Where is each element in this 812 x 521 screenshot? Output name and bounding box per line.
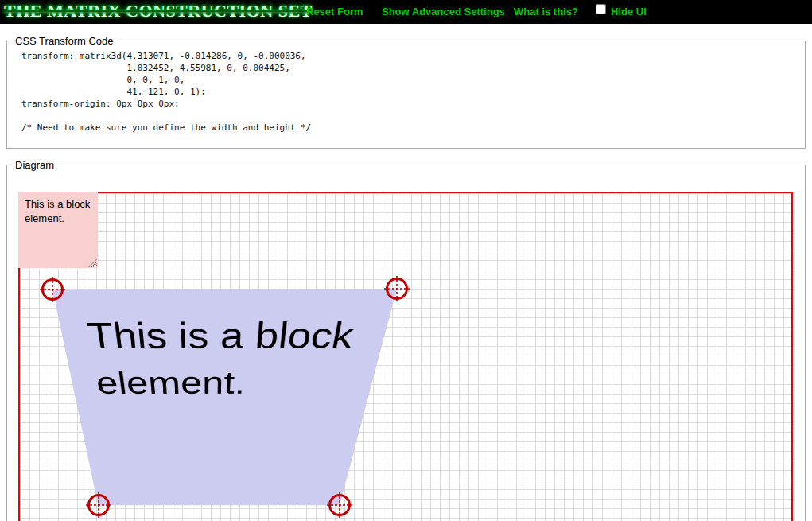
corner-handle-top-right[interactable] [384,276,410,301]
original-block-text: This is a block element. [25,198,90,224]
corner-handle-top-left[interactable] [40,277,65,302]
crosshair-target-icon [86,492,111,518]
crosshair-target-icon [40,277,65,302]
transform-code-output[interactable]: transform: matrix3d(4.313071, -0.014286,… [21,50,805,136]
resize-grip-icon[interactable] [88,259,97,267]
corner-handle-bottom-right[interactable] [327,492,352,518]
css-transform-code-legend: CSS Transform Code [12,35,117,47]
original-block-element[interactable]: This is a block element. [18,192,98,268]
what-is-this-link[interactable]: What is this? [514,6,578,17]
diagram-legend: Diagram [12,159,57,171]
css-transform-code-panel: CSS Transform Code transform: matrix3d(4… [6,35,806,149]
hide-ui-label[interactable]: Hide UI [611,6,647,17]
transformed-block-element: This is a block element. [52,289,397,505]
crosshair-target-icon [384,276,410,301]
crosshair-target-icon [327,492,352,518]
transformed-block-text: This is a block element. [84,313,358,400]
diagram-panel: Diagram This is a block element. This is… [6,159,806,521]
hide-ui-checkbox[interactable] [596,4,606,14]
header-bar: THE MATRIX CONSTRUCTION SET Reset Form S… [0,0,812,24]
transform-stage-grid: This is a block element. This is a block… [18,192,793,521]
reset-form-link[interactable]: Reset Form [306,6,363,17]
app-title: THE MATRIX CONSTRUCTION SET [4,1,313,21]
corner-handle-bottom-left[interactable] [86,492,111,518]
show-advanced-settings-link[interactable]: Show Advanced Settings [382,6,505,17]
